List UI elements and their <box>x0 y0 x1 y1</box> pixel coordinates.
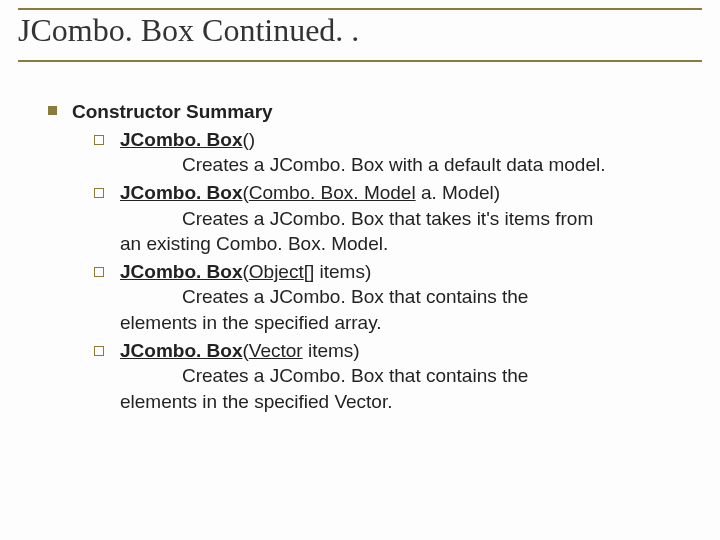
constructor-item: JCombo. Box(Combo. Box. Model a. Model) … <box>94 180 690 257</box>
constructor-param-type: Combo. Box. Model <box>249 182 416 203</box>
constructor-desc: Creates a JCombo. Box with a default dat… <box>120 152 690 178</box>
constructor-name: JCombo. Box <box>120 340 242 361</box>
top-bullet: Constructor Summary JCombo. Box() Create… <box>48 99 690 415</box>
constructor-desc-cont: elements in the specified array. <box>120 310 690 336</box>
constructor-name: JCombo. Box <box>120 182 242 203</box>
constructor-params-pre: () <box>242 129 255 150</box>
section-title: Constructor Summary <box>72 101 273 122</box>
constructor-desc-cont: elements in the specified Vector. <box>120 389 690 415</box>
constructor-params-post: a. Model) <box>416 182 500 203</box>
constructor-desc: Creates a JCombo. Box that takes it's it… <box>120 206 690 232</box>
title-area: JCombo. Box Continued. . <box>0 0 720 49</box>
title-rule-bottom <box>18 60 702 62</box>
constructor-item: JCombo. Box() Creates a JCombo. Box with… <box>94 127 690 178</box>
constructor-item: JCombo. Box(Vector items) Creates a JCom… <box>94 338 690 415</box>
slide-title: JCombo. Box Continued. . <box>18 12 367 49</box>
constructor-name: JCombo. Box <box>120 261 242 282</box>
constructor-list: JCombo. Box() Creates a JCombo. Box with… <box>72 127 690 415</box>
title-rule-top <box>18 8 702 10</box>
constructor-desc-cont: an existing Combo. Box. Model. <box>120 231 690 257</box>
constructor-params-post: items) <box>303 340 360 361</box>
constructor-param-type: Object <box>249 261 304 282</box>
content-area: Constructor Summary JCombo. Box() Create… <box>0 49 720 415</box>
constructor-params-post: [] items) <box>304 261 372 282</box>
constructor-desc: Creates a JCombo. Box that contains the <box>120 363 690 389</box>
constructor-param-type: Vector <box>249 340 303 361</box>
constructor-name: JCombo. Box <box>120 129 242 150</box>
constructor-desc: Creates a JCombo. Box that contains the <box>120 284 690 310</box>
constructor-item: JCombo. Box(Object[] items) Creates a JC… <box>94 259 690 336</box>
